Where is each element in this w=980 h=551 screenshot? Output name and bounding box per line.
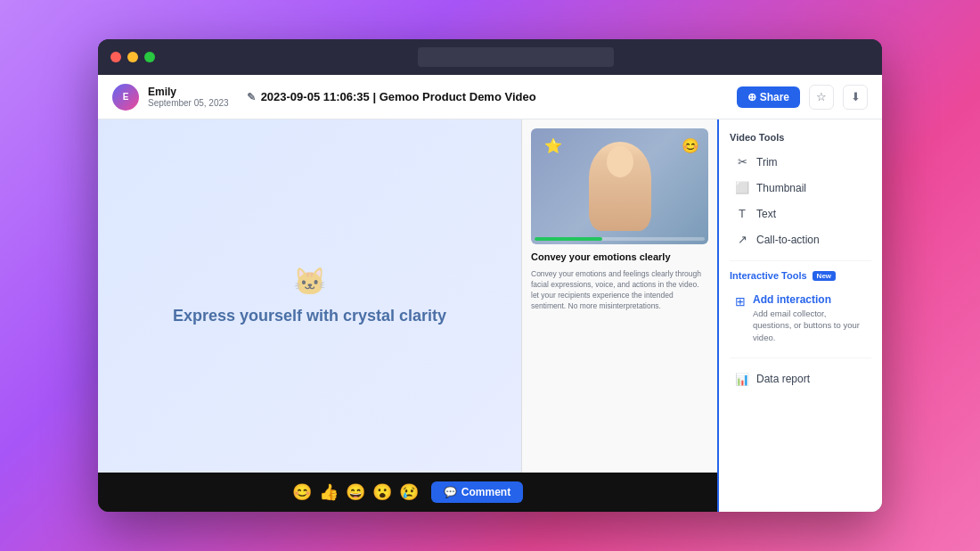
video-tools-title: Video Tools — [730, 132, 871, 143]
trim-tool[interactable]: ✂ Trim — [730, 150, 871, 174]
interactive-tools-title: Interactive Tools — [730, 270, 807, 281]
preview-title: Convey your emotions clearly — [531, 251, 708, 262]
user-name: Emily — [148, 86, 229, 98]
trim-icon: ✂ — [735, 155, 749, 169]
person-face — [607, 146, 633, 177]
video-section: 🐱 Express yourself with crystal clarity … — [98, 119, 717, 512]
main-content: E Emily September 05, 2023 ✎ 2023-09-05 … — [98, 75, 882, 512]
star-button[interactable]: ☆ — [809, 85, 834, 110]
video-title: ✎ 2023-09-05 11:06:35 | Gemoo Product De… — [247, 90, 536, 103]
emoji-5[interactable]: 😢 — [399, 482, 419, 502]
edit-icon: ✎ — [247, 91, 256, 103]
add-interaction-icon: ⊞ — [735, 294, 746, 308]
data-report-tool[interactable]: 📊 Data report — [730, 367, 871, 391]
add-interaction-label: Add interaction — [753, 293, 866, 306]
emoji-3[interactable]: 😄 — [346, 482, 365, 502]
panel-divider — [730, 260, 871, 261]
titlebar — [98, 39, 882, 75]
add-interaction-desc: Add email collector, questions, or butto… — [753, 308, 866, 343]
text-icon: T — [735, 207, 749, 220]
comment-icon: 💬 — [444, 486, 457, 498]
comment-button[interactable]: 💬 Comment — [431, 481, 523, 503]
panel-divider-2 — [730, 358, 871, 358]
bottom-bar: 😊 👍 😄 😮 😢 💬 Comment — [98, 473, 717, 512]
call-to-action-tool[interactable]: ↗ Call-to-action — [730, 227, 871, 251]
cta-icon: ↗ — [735, 233, 749, 246]
thumbnail-tool[interactable]: ⬜ Thumbnail — [730, 176, 871, 200]
url-bar — [418, 47, 614, 67]
star-emoji: ⭐ — [544, 137, 562, 154]
new-badge: New — [813, 271, 836, 281]
user-date: September 05, 2023 — [148, 98, 229, 108]
user-info: Emily September 05, 2023 — [148, 86, 229, 108]
video-progress[interactable] — [535, 237, 705, 241]
emoji-1[interactable]: 😊 — [292, 482, 312, 502]
video-left-panel: 🐱 Express yourself with crystal clarity — [98, 119, 521, 473]
text-tool[interactable]: T Text — [730, 201, 871, 226]
progress-fill — [535, 237, 602, 241]
cat-illustration: 🐱 — [293, 266, 326, 297]
app-window: E Emily September 05, 2023 ✎ 2023-09-05 … — [98, 39, 882, 512]
body-area: 🐱 Express yourself with crystal clarity … — [98, 119, 882, 512]
share-button[interactable]: ⊕ Share — [737, 86, 800, 108]
smile-emoji: 😊 — [682, 137, 699, 154]
video-container: 🐱 Express yourself with crystal clarity … — [98, 119, 717, 473]
maximize-dot[interactable] — [144, 52, 155, 62]
app-header: E Emily September 05, 2023 ✎ 2023-09-05 … — [98, 75, 882, 119]
data-report-icon: 📊 — [735, 373, 749, 386]
person-figure — [589, 142, 651, 231]
close-dot[interactable] — [110, 52, 121, 62]
share-icon: ⊕ — [747, 91, 756, 103]
preview-desc: Convey your emotions and feelings clearl… — [531, 269, 708, 312]
interactive-tools-header: Interactive Tools New — [730, 270, 871, 281]
download-button[interactable]: ⬇ — [843, 85, 868, 110]
emoji-2[interactable]: 👍 — [319, 482, 339, 502]
add-interaction-item[interactable]: ⊞ Add interaction Add email collector, q… — [730, 288, 871, 349]
minimize-dot[interactable] — [127, 52, 138, 62]
avatar: E — [112, 84, 139, 111]
video-left-text: Express yourself with crystal clarity — [173, 306, 446, 326]
emoji-4[interactable]: 😮 — [372, 482, 392, 502]
thumbnail-icon: ⬜ — [735, 181, 749, 194]
add-interaction-content: Add interaction Add email collector, que… — [753, 293, 866, 343]
person-preview: ⭐ 😊 — [531, 128, 708, 244]
tools-panel: Video Tools ✂ Trim ⬜ Thumbnail T Text ↗ … — [717, 119, 882, 512]
video-right-panel: ⭐ 😊 Convey your emotions clearly Convey … — [521, 119, 717, 473]
